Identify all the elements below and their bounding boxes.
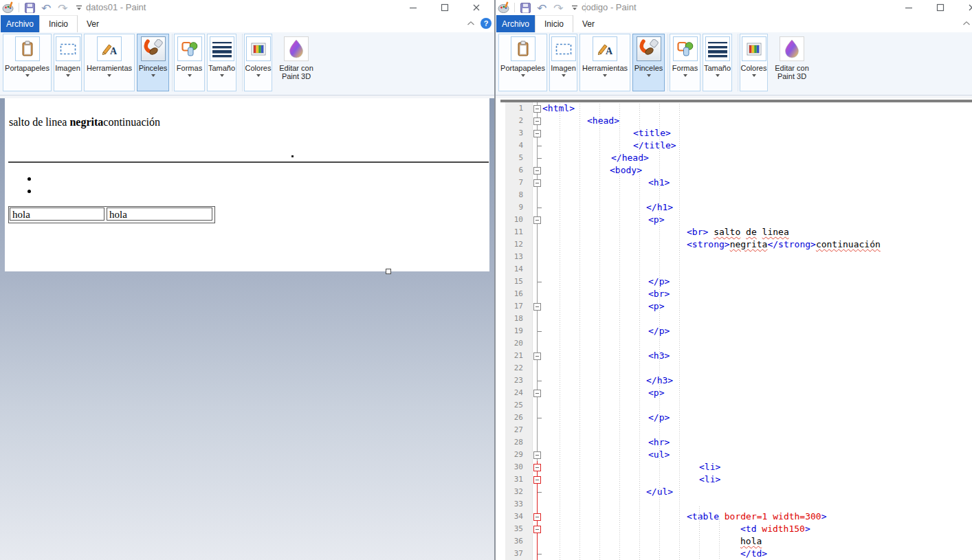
code-text: </td>: [542, 548, 972, 560]
line-number: 8: [496, 189, 533, 201]
line-number: 12: [496, 238, 533, 251]
code-line: 21<h3>: [496, 350, 972, 362]
line-number: 9: [496, 201, 533, 214]
ribbon-group-imagen[interactable]: Imagen: [549, 34, 577, 91]
fold-margin: [533, 325, 542, 337]
code-text: <html>: [542, 102, 972, 115]
line-number: 10: [496, 214, 533, 226]
code-text: [542, 189, 972, 201]
ribbon-group-formas[interactable]: Formas: [670, 34, 700, 91]
maximize-button[interactable]: [434, 0, 455, 14]
ribbon-group-colores[interactable]: Colores: [244, 34, 272, 91]
desktop: ↶↷ datos01 - Paint ArchivoInicioVer? Por…: [0, 0, 972, 560]
undo-icon[interactable]: ↶: [535, 1, 548, 14]
ribbon-group-pinceles[interactable]: Pinceles: [632, 34, 665, 91]
tab-ver[interactable]: Ver: [573, 15, 604, 32]
fold-margin: [533, 263, 542, 276]
help-button[interactable]: ?: [481, 18, 491, 29]
fold-margin: [533, 362, 542, 374]
close-button[interactable]: [962, 0, 972, 14]
ribbon-separator: [738, 34, 738, 91]
fold-collapse-box-icon: [533, 526, 541, 533]
code-line: 27: [496, 424, 972, 436]
redo-icon[interactable]: ↷: [552, 1, 564, 14]
qat-dropdown-icon[interactable]: [73, 1, 85, 14]
ribbon-group-colores[interactable]: Colores: [740, 34, 768, 91]
indent-guide-line: [599, 104, 600, 560]
save-icon[interactable]: [519, 1, 531, 14]
tab-archivo[interactable]: Archivo: [1, 15, 39, 32]
ribbon-group-label: Tamaño: [208, 64, 235, 72]
close-button[interactable]: [466, 0, 487, 14]
fold-margin: [533, 251, 542, 263]
stray-pixel-dot: [291, 155, 294, 157]
ribbon-group-label: Tamaño: [704, 64, 731, 72]
line-number: 7: [496, 177, 533, 189]
paint-workspace: 1<html>2<head>3<title>4</title>5</head>6…: [496, 98, 972, 560]
ribbon-group-herramientas[interactable]: AHerramientas: [579, 34, 630, 91]
colors-icon: [742, 36, 766, 61]
code-line: 17<p>: [496, 300, 972, 313]
svg-text:A: A: [606, 46, 613, 56]
ribbon-group-tama-o[interactable]: Tamaño: [207, 34, 236, 91]
ribbon-group-label: Pinceles: [634, 64, 663, 72]
tab-archivo[interactable]: Archivo: [496, 15, 535, 32]
code-line: 28<hr>: [496, 436, 972, 449]
indent-guide-line: [679, 104, 680, 560]
code-line: 3<title>: [496, 127, 972, 139]
undo-icon[interactable]: ↶: [40, 1, 52, 14]
collapse-ribbon-chevron-icon[interactable]: [962, 19, 971, 28]
fold-end-tick-icon: [538, 208, 542, 208]
fold-margin: [533, 449, 542, 461]
ribbon-group-editar-con-paint-3d[interactable]: Editar con Paint 3D: [773, 34, 811, 91]
fold-collapse-box-icon: [533, 464, 541, 471]
paragraph-text-cont: continuación: [103, 116, 160, 128]
quick-access-toolbar: ↶↷: [498, 1, 586, 14]
collapse-ribbon-chevron-icon[interactable]: [466, 19, 476, 28]
drawing-canvas[interactable]: salto de linea negritacontinuación holah…: [5, 98, 489, 271]
redo-icon[interactable]: ↷: [56, 1, 69, 14]
paint3d-icon: [284, 36, 309, 61]
size-icon: [705, 36, 730, 61]
line-number: 32: [496, 486, 533, 498]
code-line: 7<h1>: [496, 177, 972, 189]
paint-logo-icon[interactable]: [2, 1, 14, 14]
colors-icon: [246, 36, 271, 61]
tab-ver[interactable]: Ver: [78, 15, 108, 32]
ribbon-group-pinceles[interactable]: Pinceles: [137, 34, 169, 91]
ribbon: PortapapelesImagen AHerramientas Pincele…: [0, 32, 494, 96]
tab-inicio[interactable]: Inicio: [39, 15, 78, 32]
code-text: hola: [542, 535, 972, 548]
code-line: 11<br> salto de linea: [496, 226, 972, 238]
line-number: 4: [496, 139, 533, 152]
ribbon-group-formas[interactable]: Formas: [174, 34, 205, 91]
paint-logo-icon[interactable]: [498, 1, 510, 14]
line-number: 16: [496, 288, 533, 300]
ribbon-group-portapapeles[interactable]: Portapapeles: [498, 34, 547, 91]
maximize-button[interactable]: [930, 0, 951, 14]
ribbon-group-editar-con-paint-3d[interactable]: Editar con Paint 3D: [277, 34, 316, 91]
line-number: 2: [496, 115, 533, 127]
line-number: 28: [496, 436, 533, 449]
code-text: [542, 337, 972, 350]
code-line: 8: [496, 189, 972, 201]
code-line: 23</h3>: [496, 374, 972, 387]
code-text: <title>: [542, 127, 972, 139]
ribbon-group-imagen[interactable]: Imagen: [54, 34, 82, 91]
minimize-button[interactable]: [403, 0, 423, 14]
ribbon-group-label: Portapapeles: [5, 64, 49, 72]
ribbon-group-tama-o[interactable]: Tamaño: [703, 34, 732, 91]
code-screenshot-canvas[interactable]: 1<html>2<head>3<title>4</title>5</head>6…: [496, 98, 972, 560]
canvas-resize-handle[interactable]: [386, 269, 391, 274]
fold-collapse-box-icon: [533, 476, 541, 484]
save-icon[interactable]: [23, 1, 36, 14]
code-line: 34<table border=1 width=300>: [496, 511, 972, 523]
minimize-button[interactable]: [898, 0, 919, 14]
ribbon-group-portapapeles[interactable]: Portapapeles: [3, 34, 52, 91]
indent-guide-line: [579, 104, 580, 560]
ribbon-group-herramientas[interactable]: AHerramientas: [84, 34, 135, 91]
qat-dropdown-icon[interactable]: [568, 1, 581, 14]
fold-margin: [533, 374, 542, 387]
window-divider: [494, 0, 496, 560]
tab-inicio[interactable]: Inicio: [535, 15, 573, 32]
